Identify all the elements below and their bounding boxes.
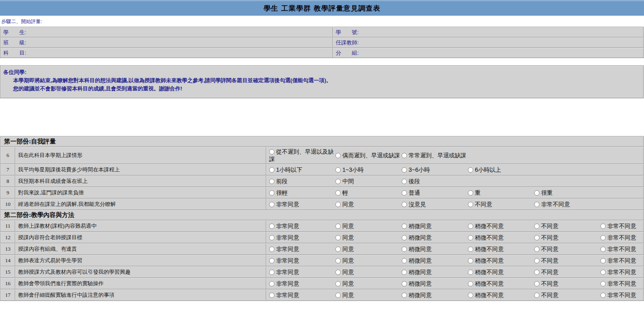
radio-button[interactable] xyxy=(335,258,341,263)
radio-button[interactable] xyxy=(468,167,473,173)
radio-button[interactable] xyxy=(402,153,407,158)
radio-button[interactable] xyxy=(534,190,539,196)
radio-button[interactable] xyxy=(335,179,341,184)
radio-button[interactable] xyxy=(402,190,407,196)
radio-option[interactable]: 稍微不同意 xyxy=(468,257,534,264)
radio-option[interactable]: 非常同意 xyxy=(269,201,335,208)
radio-option[interactable]: 偶而遲到、早退或缺課 xyxy=(335,152,402,159)
radio-button[interactable] xyxy=(402,258,407,263)
radio-button[interactable] xyxy=(468,270,473,275)
radio-button[interactable] xyxy=(600,247,606,252)
radio-option[interactable]: 稍微不同意 xyxy=(468,234,534,241)
radio-button[interactable] xyxy=(335,167,341,173)
radio-option[interactable]: 3~6小時 xyxy=(402,166,468,173)
radio-button[interactable] xyxy=(335,153,341,158)
radio-option[interactable]: 不同意 xyxy=(534,234,600,241)
radio-button[interactable] xyxy=(534,281,539,286)
radio-button[interactable] xyxy=(402,179,407,184)
radio-button[interactable] xyxy=(335,190,341,196)
radio-option[interactable]: 非常同意 xyxy=(269,234,335,241)
radio-button[interactable] xyxy=(600,270,606,275)
radio-button[interactable] xyxy=(468,247,473,252)
radio-button[interactable] xyxy=(468,293,473,298)
radio-button[interactable] xyxy=(335,224,341,229)
radio-button[interactable] xyxy=(269,179,274,184)
radio-option[interactable]: 不同意 xyxy=(534,257,600,264)
radio-option[interactable]: 稍微不同意 xyxy=(468,245,534,253)
radio-button[interactable] xyxy=(269,167,274,173)
radio-button[interactable] xyxy=(269,224,274,229)
radio-button[interactable] xyxy=(534,202,539,207)
radio-button[interactable] xyxy=(335,247,341,252)
radio-option[interactable]: 不同意 xyxy=(534,291,600,299)
radio-option[interactable]: 同意 xyxy=(335,257,402,264)
radio-button[interactable] xyxy=(534,270,539,275)
radio-button[interactable] xyxy=(534,235,539,240)
radio-option[interactable]: 從不遲到、早退以及缺課 xyxy=(269,148,335,163)
radio-option[interactable]: 非常不同意 xyxy=(600,291,636,299)
radio-button[interactable] xyxy=(600,235,606,240)
radio-button[interactable] xyxy=(402,202,407,207)
radio-option[interactable]: 很重 xyxy=(534,189,553,196)
radio-button[interactable] xyxy=(534,258,539,263)
radio-option[interactable]: 非常不同意 xyxy=(600,222,636,230)
radio-option[interactable]: 重 xyxy=(468,189,534,196)
radio-button[interactable] xyxy=(600,293,606,298)
radio-option[interactable]: 後段 xyxy=(402,178,420,185)
radio-option[interactable]: 稍微同意 xyxy=(402,268,468,276)
radio-option[interactable]: 非常同意 xyxy=(269,268,335,276)
radio-option[interactable]: 同意 xyxy=(335,268,402,276)
radio-option[interactable]: 同意 xyxy=(335,201,402,208)
radio-button[interactable] xyxy=(468,202,473,207)
radio-option[interactable]: 非常不同意 xyxy=(600,280,636,287)
radio-option[interactable]: 中間 xyxy=(335,178,402,185)
radio-button[interactable] xyxy=(468,235,473,240)
radio-option[interactable]: 不同意 xyxy=(534,268,600,276)
radio-option[interactable]: 稍微不同意 xyxy=(468,268,534,276)
radio-option[interactable]: 沒意見 xyxy=(402,201,468,208)
radio-option[interactable]: 非常同意 xyxy=(269,257,335,264)
radio-option[interactable]: 普通 xyxy=(402,189,468,196)
radio-option[interactable]: 前段 xyxy=(269,178,335,185)
radio-option[interactable]: 不同意 xyxy=(534,222,600,230)
radio-option[interactable]: 非常同意 xyxy=(269,291,335,299)
radio-button[interactable] xyxy=(269,270,274,275)
radio-button[interactable] xyxy=(402,247,407,252)
radio-button[interactable] xyxy=(402,270,407,275)
radio-button[interactable] xyxy=(335,235,341,240)
radio-button[interactable] xyxy=(600,258,606,263)
radio-option[interactable]: 不同意 xyxy=(468,201,534,208)
radio-button[interactable] xyxy=(600,281,606,286)
radio-option[interactable]: 非常不同意 xyxy=(600,234,636,241)
radio-button[interactable] xyxy=(534,224,539,229)
radio-option[interactable]: 稍微同意 xyxy=(402,234,468,241)
radio-option[interactable]: 稍微不同意 xyxy=(468,222,534,230)
radio-button[interactable] xyxy=(468,224,473,229)
radio-option[interactable]: 非常不同意 xyxy=(600,257,636,264)
radio-option[interactable]: 稍微同意 xyxy=(402,222,468,230)
radio-button[interactable] xyxy=(269,293,274,298)
radio-button[interactable] xyxy=(402,281,407,286)
radio-option[interactable]: 稍微同意 xyxy=(402,291,468,299)
radio-option[interactable]: 稍微不同意 xyxy=(468,280,534,287)
radio-option[interactable]: 同意 xyxy=(335,222,402,230)
radio-option[interactable]: 同意 xyxy=(335,291,402,299)
radio-button[interactable] xyxy=(468,258,473,263)
radio-option[interactable]: 輕 xyxy=(335,189,402,196)
radio-button[interactable] xyxy=(600,224,606,229)
radio-button[interactable] xyxy=(468,281,473,286)
radio-button[interactable] xyxy=(269,149,274,155)
radio-option[interactable]: 稍微同意 xyxy=(402,257,468,264)
radio-button[interactable] xyxy=(402,224,407,229)
radio-button[interactable] xyxy=(269,281,274,286)
radio-option[interactable]: 不同意 xyxy=(534,245,600,253)
radio-button[interactable] xyxy=(402,235,407,240)
radio-button[interactable] xyxy=(468,190,473,196)
radio-option[interactable]: 不同意 xyxy=(534,280,600,287)
radio-button[interactable] xyxy=(402,293,407,298)
radio-option[interactable]: 6小時以上 xyxy=(468,166,501,173)
radio-button[interactable] xyxy=(402,167,407,173)
radio-button[interactable] xyxy=(534,293,539,298)
radio-button[interactable] xyxy=(335,270,341,275)
radio-button[interactable] xyxy=(269,247,274,252)
